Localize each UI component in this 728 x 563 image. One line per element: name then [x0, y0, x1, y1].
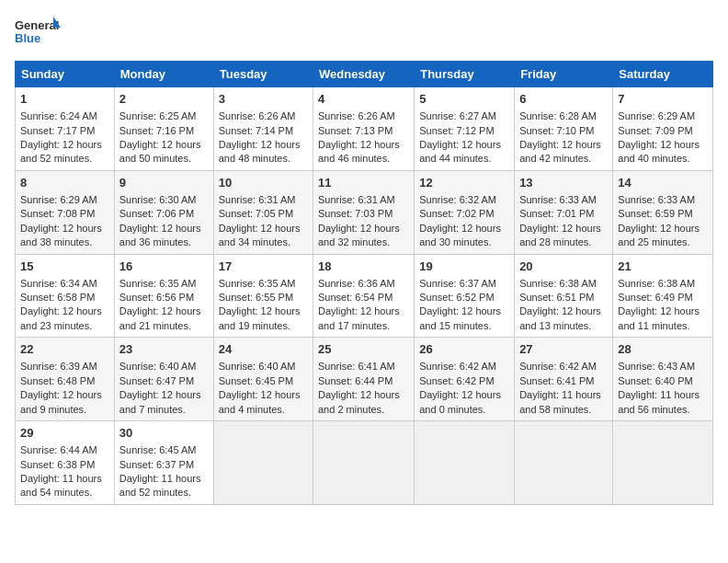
calendar-cell: 21Sunrise: 6:38 AMSunset: 6:49 PMDayligh…	[613, 254, 713, 338]
sunset: Sunset: 7:05 PM	[219, 208, 293, 219]
sunrise: Sunrise: 6:45 AM	[119, 444, 197, 455]
daylight-label: Daylight: 12 hours and 34 minutes.	[219, 223, 301, 247]
daylight-label: Daylight: 12 hours and 2 minutes.	[318, 389, 400, 414]
calendar-body: 1Sunrise: 6:24 AMSunset: 7:17 PMDaylight…	[16, 87, 713, 505]
daylight-label: Daylight: 12 hours and 30 minutes.	[419, 223, 501, 247]
sunrise: Sunrise: 6:31 AM	[318, 194, 395, 205]
sunset: Sunset: 7:08 PM	[20, 208, 95, 219]
daylight-label: Daylight: 12 hours and 32 minutes.	[318, 223, 400, 247]
daylight-label: Daylight: 12 hours and 15 minutes.	[419, 305, 501, 330]
day-number: 25	[318, 341, 409, 358]
daylight-label: Daylight: 12 hours and 7 minutes.	[119, 389, 201, 414]
calendar-week-5: 29Sunrise: 6:44 AMSunset: 6:38 PMDayligh…	[16, 421, 713, 505]
sunrise: Sunrise: 6:43 AM	[618, 361, 695, 372]
calendar-cell: 14Sunrise: 6:33 AMSunset: 6:59 PMDayligh…	[613, 170, 713, 254]
day-number: 17	[219, 259, 308, 275]
sunrise: Sunrise: 6:24 AM	[20, 110, 97, 121]
sunset: Sunset: 6:52 PM	[419, 292, 494, 303]
daylight-label: Daylight: 12 hours and 44 minutes.	[419, 139, 501, 164]
calendar-week-3: 15Sunrise: 6:34 AMSunset: 6:58 PMDayligh…	[16, 254, 713, 338]
sunset: Sunset: 6:40 PM	[618, 375, 692, 386]
sunrise: Sunrise: 6:29 AM	[618, 110, 695, 121]
sunrise: Sunrise: 6:33 AM	[618, 194, 695, 205]
calendar-cell: 8Sunrise: 6:29 AMSunset: 7:08 PMDaylight…	[16, 170, 115, 254]
daylight-label: Daylight: 12 hours and 9 minutes.	[20, 389, 102, 414]
daylight-label: Daylight: 12 hours and 40 minutes.	[618, 139, 700, 164]
calendar-cell: 7Sunrise: 6:29 AMSunset: 7:09 PMDaylight…	[613, 87, 713, 171]
day-number: 3	[219, 91, 308, 108]
day-number: 23	[119, 341, 209, 358]
calendar-cell: 9Sunrise: 6:30 AMSunset: 7:06 PMDaylight…	[114, 170, 213, 254]
weekday-header-tuesday: Tuesday	[213, 62, 313, 87]
daylight-label: Daylight: 12 hours and 42 minutes.	[519, 139, 601, 164]
sunrise: Sunrise: 6:40 AM	[119, 361, 197, 372]
sunset: Sunset: 6:45 PM	[219, 375, 293, 386]
sunrise: Sunrise: 6:32 AM	[419, 194, 496, 205]
sunset: Sunset: 7:10 PM	[519, 125, 594, 136]
calendar-cell: 17Sunrise: 6:35 AMSunset: 6:55 PMDayligh…	[213, 254, 313, 338]
daylight-label: Daylight: 11 hours and 58 minutes.	[519, 389, 601, 414]
day-number: 2	[119, 91, 209, 108]
weekday-header-wednesday: Wednesday	[313, 62, 415, 87]
sunrise: Sunrise: 6:36 AM	[318, 278, 395, 289]
sunset: Sunset: 6:41 PM	[519, 375, 594, 386]
sunset: Sunset: 6:48 PM	[20, 375, 95, 386]
day-number: 28	[618, 341, 708, 358]
calendar-table: SundayMondayTuesdayWednesdayThursdayFrid…	[15, 61, 713, 505]
sunset: Sunset: 7:02 PM	[419, 208, 494, 219]
sunset: Sunset: 6:54 PM	[318, 292, 392, 303]
daylight-label: Daylight: 12 hours and 50 minutes.	[119, 139, 201, 164]
calendar-cell: 4Sunrise: 6:26 AMSunset: 7:13 PMDaylight…	[313, 87, 415, 171]
daylight-label: Daylight: 12 hours and 46 minutes.	[318, 139, 400, 164]
calendar-cell: 15Sunrise: 6:34 AMSunset: 6:58 PMDayligh…	[16, 254, 115, 338]
calendar-cell: 1Sunrise: 6:24 AMSunset: 7:17 PMDaylight…	[16, 87, 115, 171]
calendar-cell: 3Sunrise: 6:26 AMSunset: 7:14 PMDaylight…	[213, 87, 313, 171]
sunrise: Sunrise: 6:42 AM	[419, 361, 496, 372]
weekday-header-row: SundayMondayTuesdayWednesdayThursdayFrid…	[16, 62, 713, 87]
sunset: Sunset: 7:13 PM	[318, 125, 392, 136]
sunset: Sunset: 6:38 PM	[20, 459, 95, 470]
sunrise: Sunrise: 6:26 AM	[219, 110, 296, 121]
calendar-cell: 16Sunrise: 6:35 AMSunset: 6:56 PMDayligh…	[114, 254, 213, 338]
day-number: 19	[419, 259, 509, 275]
sunset: Sunset: 6:44 PM	[318, 375, 392, 386]
calendar-cell: 2Sunrise: 6:25 AMSunset: 7:16 PMDaylight…	[114, 87, 213, 171]
daylight-label: Daylight: 12 hours and 52 minutes.	[20, 139, 102, 164]
calendar-week-2: 8Sunrise: 6:29 AMSunset: 7:08 PMDaylight…	[16, 170, 713, 254]
calendar-cell: 29Sunrise: 6:44 AMSunset: 6:38 PMDayligh…	[16, 421, 115, 505]
sunset: Sunset: 7:16 PM	[119, 125, 194, 136]
calendar-cell: 22Sunrise: 6:39 AMSunset: 6:48 PMDayligh…	[16, 338, 115, 421]
calendar-cell: 10Sunrise: 6:31 AMSunset: 7:05 PMDayligh…	[213, 170, 313, 254]
sunset: Sunset: 6:58 PM	[20, 292, 95, 303]
calendar-cell: 11Sunrise: 6:31 AMSunset: 7:03 PMDayligh…	[313, 170, 415, 254]
calendar-cell	[415, 421, 515, 505]
daylight-label: Daylight: 12 hours and 13 minutes.	[519, 305, 601, 330]
sunrise: Sunrise: 6:38 AM	[519, 278, 597, 289]
sunrise: Sunrise: 6:39 AM	[20, 361, 97, 372]
day-number: 14	[618, 175, 708, 191]
weekday-header-monday: Monday	[114, 62, 213, 87]
sunset: Sunset: 7:01 PM	[519, 208, 594, 219]
daylight-label: Daylight: 12 hours and 0 minutes.	[419, 389, 501, 414]
calendar-cell: 18Sunrise: 6:36 AMSunset: 6:54 PMDayligh…	[313, 254, 415, 338]
sunset: Sunset: 6:51 PM	[519, 292, 594, 303]
sunset: Sunset: 6:56 PM	[119, 292, 194, 303]
calendar-cell: 13Sunrise: 6:33 AMSunset: 7:01 PMDayligh…	[515, 170, 613, 254]
calendar-cell: 25Sunrise: 6:41 AMSunset: 6:44 PMDayligh…	[313, 338, 415, 421]
daylight-label: Daylight: 12 hours and 23 minutes.	[20, 305, 102, 330]
day-number: 10	[219, 175, 308, 191]
sunset: Sunset: 7:12 PM	[419, 125, 494, 136]
sunrise: Sunrise: 6:34 AM	[20, 278, 97, 289]
day-number: 18	[318, 259, 409, 275]
day-number: 9	[119, 175, 209, 191]
calendar-cell: 30Sunrise: 6:45 AMSunset: 6:37 PMDayligh…	[114, 421, 213, 505]
calendar-cell: 5Sunrise: 6:27 AMSunset: 7:12 PMDaylight…	[415, 87, 515, 171]
sunset: Sunset: 7:09 PM	[618, 125, 692, 136]
sunrise: Sunrise: 6:28 AM	[519, 110, 597, 121]
day-number: 12	[419, 175, 509, 191]
day-number: 30	[119, 425, 209, 442]
sunset: Sunset: 6:49 PM	[618, 292, 692, 303]
calendar-cell	[213, 421, 313, 505]
day-number: 29	[20, 425, 109, 442]
calendar-cell	[313, 421, 415, 505]
